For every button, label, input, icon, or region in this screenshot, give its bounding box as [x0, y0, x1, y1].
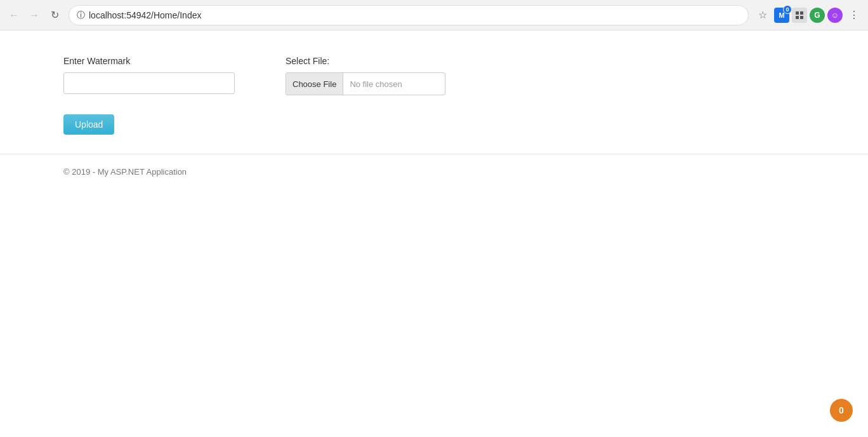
- address-text: localhost:54942/Home/Index: [89, 10, 740, 20]
- svg-rect-3: [800, 16, 803, 19]
- profile-icon[interactable]: ☺: [827, 8, 843, 23]
- divider: [0, 154, 868, 154]
- watermark-section: Enter Watermark: [63, 56, 235, 94]
- forward-button[interactable]: →: [25, 6, 43, 24]
- browser-actions: ☆ M 0 G ☺ ⋮: [754, 6, 863, 24]
- footer: © 2019 - My ASP.NET Application: [0, 161, 868, 183]
- extension-icon-1[interactable]: M 0: [774, 8, 789, 23]
- file-section: Select File: Choose File No file chosen: [286, 56, 445, 95]
- copyright-text: © 2019 - My ASP.NET Application: [63, 167, 187, 177]
- bottom-right-badge[interactable]: 0: [830, 399, 853, 422]
- main-container: Enter Watermark Select File: Choose File…: [0, 43, 868, 147]
- reload-button[interactable]: ↻: [46, 6, 63, 24]
- browser-chrome: ← → ↻ ⓘ localhost:54942/Home/Index ☆ M 0…: [0, 0, 868, 30]
- form-section: Enter Watermark Select File: Choose File…: [63, 56, 805, 95]
- svg-rect-1: [800, 11, 803, 15]
- no-file-text: No file chosen: [343, 73, 445, 95]
- page-content: Enter Watermark Select File: Choose File…: [0, 30, 868, 437]
- bookmark-button[interactable]: ☆: [754, 6, 772, 24]
- upload-button[interactable]: Upload: [63, 114, 114, 135]
- watermark-label: Enter Watermark: [63, 56, 235, 66]
- extension-icon-2[interactable]: [792, 8, 807, 23]
- menu-button[interactable]: ⋮: [845, 6, 863, 24]
- lock-icon: ⓘ: [77, 10, 85, 21]
- file-label: Select File:: [286, 56, 445, 66]
- svg-rect-0: [796, 11, 799, 15]
- nav-buttons: ← → ↻: [5, 6, 63, 24]
- translate-icon[interactable]: G: [810, 8, 825, 23]
- file-input-wrapper: Choose File No file chosen: [286, 72, 445, 95]
- watermark-input[interactable]: [63, 72, 235, 94]
- svg-rect-2: [796, 16, 799, 19]
- back-button[interactable]: ←: [5, 6, 23, 24]
- extension-badge: 0: [783, 5, 792, 14]
- address-bar[interactable]: ⓘ localhost:54942/Home/Index: [69, 5, 749, 25]
- choose-file-button[interactable]: Choose File: [286, 73, 343, 95]
